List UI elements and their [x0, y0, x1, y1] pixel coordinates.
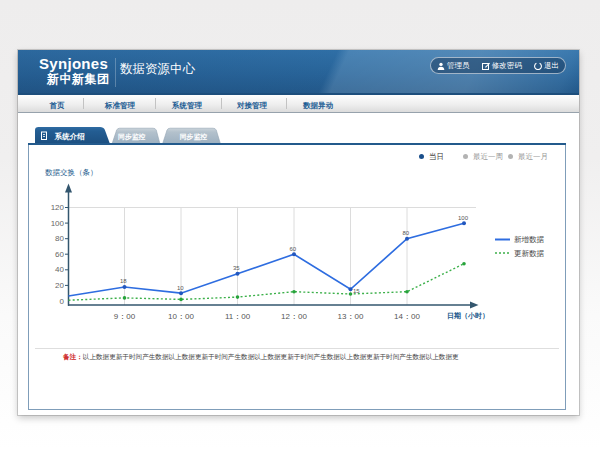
svg-text:0: 0: [60, 297, 65, 306]
svg-text:14：00: 14：00: [394, 312, 420, 321]
svg-text:80: 80: [55, 234, 64, 243]
svg-text:12：00: 12：00: [281, 312, 307, 321]
svg-text:20: 20: [55, 281, 64, 290]
svg-text:80: 80: [403, 230, 410, 236]
svg-text:10: 10: [177, 285, 184, 291]
svg-text:60: 60: [290, 246, 297, 252]
svg-text:120: 120: [51, 203, 65, 212]
svg-text:100: 100: [51, 219, 65, 228]
svg-text:11：00: 11：00: [225, 312, 251, 321]
svg-text:60: 60: [55, 250, 64, 259]
svg-text:100: 100: [458, 215, 469, 221]
svg-text:10：00: 10：00: [168, 312, 194, 321]
svg-text:系统介绍: 系统介绍: [54, 132, 85, 141]
svg-text:同步监控: 同步监控: [118, 133, 145, 141]
svg-text:13：00: 13：00: [338, 312, 364, 321]
svg-text:40: 40: [55, 265, 64, 274]
svg-text:同步监控: 同步监控: [180, 133, 207, 141]
svg-text:15: 15: [353, 288, 360, 294]
svg-text:35: 35: [233, 265, 240, 271]
svg-text:9：00: 9：00: [114, 312, 136, 321]
svg-text:18: 18: [120, 278, 127, 284]
